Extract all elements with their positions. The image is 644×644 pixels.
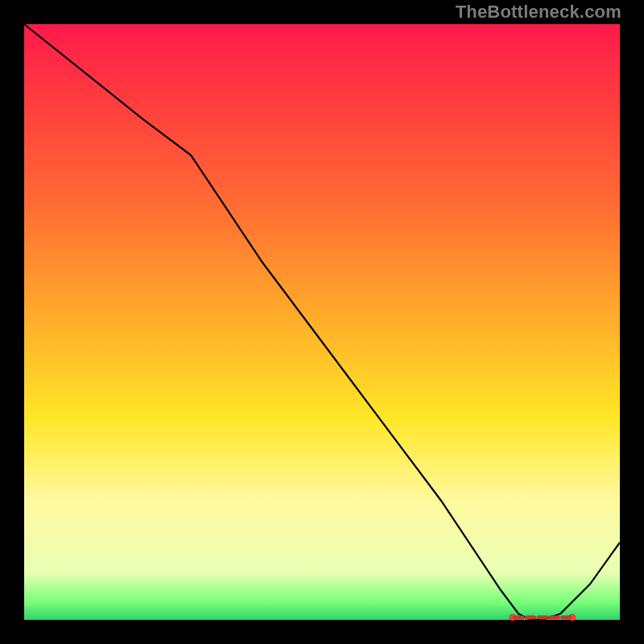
attribution-text: TheBottleneck.com bbox=[456, 2, 621, 23]
chart-container: TheBottleneck.com bbox=[0, 0, 644, 644]
chart-overlay bbox=[24, 24, 620, 620]
bottleneck-curve-line bbox=[24, 24, 620, 620]
